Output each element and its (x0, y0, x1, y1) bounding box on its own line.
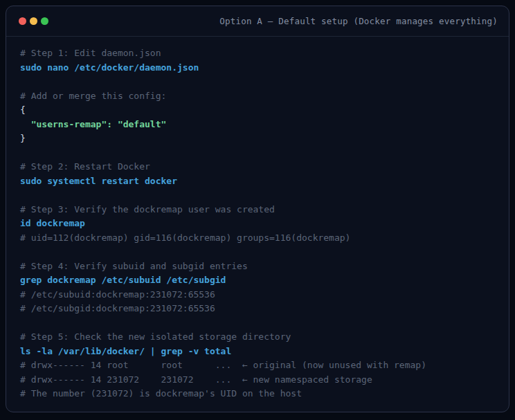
minimize-button[interactable] (30, 17, 37, 25)
terminal-output: # Step 1: Edit daemon.jsonsudo nano /etc… (6, 37, 509, 410)
output-line: "userns-remap": "default" (20, 118, 498, 132)
output-line: # drwx------ 14 root root ... ← original… (20, 358, 498, 373)
traffic-lights (19, 17, 48, 25)
output-line: # Step 3: Verify the dockremap user was … (20, 203, 498, 217)
output-line: { (20, 103, 498, 118)
output-line: # Step 5: Check the new isolated storage… (20, 330, 498, 345)
command-line: sudo nano /etc/docker/daemon.json (20, 61, 498, 75)
output-line: # /etc/subuid:dockremap:231072:65536 (20, 288, 498, 302)
command-line: id dockremap (20, 217, 498, 231)
close-button[interactable] (19, 17, 26, 25)
blank-line (20, 316, 498, 331)
output-line: # uid=112(dockremap) gid=116(dockremap) … (20, 231, 498, 246)
output-line: # drwx------ 14 231072 231072 ... ← new … (20, 373, 498, 387)
output-line: } (20, 131, 498, 146)
blank-line (20, 146, 498, 161)
output-line: # /etc/subgid:dockremap:231072:65536 (20, 302, 498, 316)
command-line: ls -la /var/lib/docker/ | grep -v total (20, 345, 498, 359)
zoom-button[interactable] (41, 17, 48, 25)
command-line: sudo systemctl restart docker (20, 174, 498, 189)
blank-line (20, 75, 498, 89)
output-line: # Step 2: Restart Docker (20, 160, 498, 174)
output-line: # Add or merge this config: (20, 89, 498, 104)
output-line: # Step 4: Verify subuid and subgid entri… (20, 259, 498, 274)
window-title: Option A — Default setup (Docker manages… (219, 16, 498, 26)
output-line: # The number (231072) is dockremap's UID… (20, 387, 498, 401)
window-titlebar: Option A — Default setup (Docker manages… (6, 6, 509, 37)
output-line: # Step 1: Edit daemon.json (20, 46, 498, 61)
blank-line (20, 188, 498, 203)
blank-line (20, 245, 498, 259)
command-line: grep dockremap /etc/subuid /etc/subgid (20, 273, 498, 288)
terminal-window: Option A — Default setup (Docker manages… (6, 6, 509, 412)
